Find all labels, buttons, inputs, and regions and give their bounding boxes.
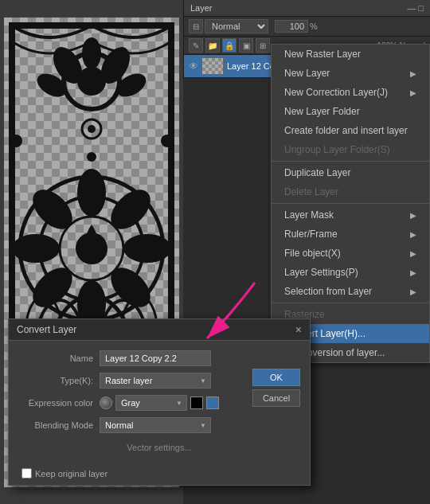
dialog-footer: Keep original layer [9, 465, 310, 485]
opacity-input[interactable] [275, 20, 308, 33]
type-select[interactable]: Raster layer [100, 373, 211, 389]
fill-icon[interactable]: ▣ [239, 38, 253, 53]
svg-point-31 [161, 135, 174, 147]
blending-label: Blending Mode [22, 420, 93, 430]
blending-select[interactable]: Normal [100, 417, 211, 433]
name-label: Name [22, 354, 93, 363]
vector-settings-link[interactable]: Vector settings... [22, 440, 297, 455]
menu-new-layer-folder[interactable]: New Layer Folder [272, 102, 429, 121]
context-menu: New Raster Layer New Layer ▶ New Correct… [271, 44, 430, 363]
menu-ruler-frame[interactable]: Ruler/Frame ▶ [272, 225, 429, 244]
svg-point-35 [88, 125, 96, 133]
svg-point-26 [87, 152, 96, 162]
name-input[interactable] [100, 350, 211, 366]
menu-arrow: ▶ [410, 69, 416, 78]
menu-arrow-3: ▶ [410, 211, 416, 220]
svg-point-28 [15, 244, 25, 253]
menu-file-object[interactable]: File object(X) ▶ [272, 244, 429, 263]
dialog-titlebar: Convert Layer × [9, 319, 310, 341]
cancel-button[interactable]: Cancel [252, 389, 300, 407]
new-layer-icon[interactable]: ✎ [189, 38, 203, 53]
menu-arrow-6: ▶ [410, 268, 416, 277]
menu-separator-2 [272, 203, 429, 204]
menu-ungroup-folder: Ungroup Layer Folder(S) [272, 140, 429, 159]
merge-icon[interactable]: ⊞ [256, 38, 270, 53]
black-color-swatch[interactable] [190, 397, 203, 409]
dialog-buttons: OK Cancel [252, 369, 300, 407]
convert-layer-dialog: Convert Layer × Name Type(K): Raster lay… [8, 318, 311, 486]
layer-panel-title: Layer [190, 3, 213, 13]
blue-color-swatch[interactable] [206, 397, 219, 409]
panel-expand-icon[interactable]: □ [418, 3, 424, 13]
ok-button[interactable]: OK [252, 369, 300, 386]
menu-new-correction-layer[interactable]: New Correction Layer(J) ▶ [272, 83, 429, 102]
svg-point-8 [82, 37, 101, 69]
menu-delete-layer: Delete Layer [272, 182, 429, 201]
percent-sign: % [310, 21, 318, 31]
type-label: Type(K): [22, 376, 93, 385]
menu-new-raster-layer[interactable]: New Raster Layer [272, 45, 429, 64]
blend-mode-select[interactable]: Normal [205, 19, 268, 33]
menu-arrow-4: ▶ [410, 230, 416, 239]
keep-layer-checkbox[interactable] [22, 468, 32, 479]
layer-visibility-icon[interactable]: 👁 [189, 61, 198, 72]
blend-icon-1[interactable]: ⊟ [189, 19, 203, 33]
menu-arrow-5: ▶ [410, 249, 416, 258]
keep-layer-checkbox-label[interactable]: Keep original layer [22, 468, 108, 479]
layer-panel: Layer — □ ⊟ Normal % ✎ 📁 🔒 ▣ ⊞ 100% Norm… [183, 0, 430, 78]
menu-create-folder[interactable]: Create folder and insert layer [272, 121, 429, 140]
dialog-name-row: Name [22, 350, 297, 366]
layer-thumbnail [201, 57, 224, 75]
menu-arrow-2: ▶ [410, 88, 416, 97]
expression-select-wrapper: Gray [115, 395, 187, 411]
panel-minimize-icon[interactable]: — [407, 3, 416, 13]
lock-icon[interactable]: 🔒 [222, 38, 236, 53]
menu-layer-mask[interactable]: Layer Mask ▶ [272, 205, 429, 225]
menu-layer-settings[interactable]: Layer Settings(P) ▶ [272, 263, 429, 282]
dialog-title: Convert Layer [17, 324, 76, 335]
type-select-wrapper: Raster layer [100, 373, 211, 389]
menu-separator-1 [272, 161, 429, 162]
layer-toolbar: ⊟ Normal % [184, 17, 430, 37]
expression-color-group: Gray [100, 395, 219, 411]
expression-label: Expression color [22, 398, 93, 408]
menu-duplicate-layer[interactable]: Duplicate Layer [272, 163, 429, 182]
folder-icon[interactable]: 📁 [205, 38, 220, 53]
dialog-close-button[interactable]: × [295, 323, 302, 336]
svg-point-30 [10, 135, 22, 147]
blending-select-wrapper: Normal [100, 417, 211, 433]
svg-point-13 [77, 169, 106, 217]
gray-color-circle [100, 397, 112, 409]
menu-arrow-7: ▶ [410, 287, 416, 296]
menu-new-layer[interactable]: New Layer ▶ [272, 64, 429, 83]
menu-separator-3 [272, 303, 429, 303]
svg-point-29 [158, 244, 168, 253]
dialog-blending-row: Blending Mode Normal [22, 417, 297, 433]
expression-select[interactable]: Gray [115, 395, 187, 411]
menu-selection-from-layer[interactable]: Selection from Layer ▶ [272, 282, 429, 301]
layer-panel-header: Layer — □ [184, 0, 430, 17]
